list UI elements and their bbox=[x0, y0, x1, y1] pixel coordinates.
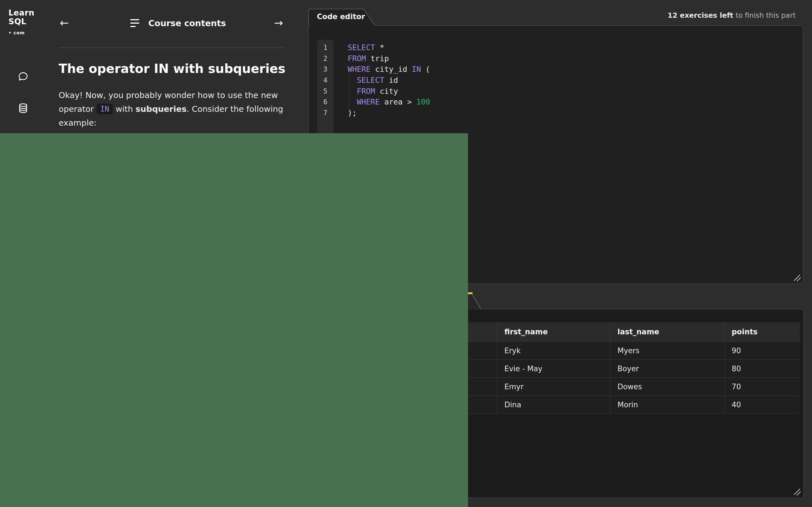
next-button[interactable]: → bbox=[272, 17, 285, 29]
back-button[interactable]: ← bbox=[58, 17, 70, 29]
code-line: SELECT id bbox=[348, 75, 770, 86]
code-token: city bbox=[375, 87, 398, 96]
code-line: FROM trip bbox=[348, 53, 770, 64]
code-token: ); bbox=[348, 108, 357, 117]
header-divider bbox=[59, 48, 285, 48]
table-cell: 90 bbox=[725, 342, 800, 360]
lesson-title: The operator IN with subqueries bbox=[59, 61, 285, 76]
code-token: SELECT bbox=[357, 76, 385, 84]
result-resize-handle[interactable] bbox=[792, 487, 802, 497]
paragraph-line-1: Okay! Now, you probably wonder how to us… bbox=[59, 89, 290, 102]
code-token: ( bbox=[421, 65, 430, 73]
table-header-cell: last_name bbox=[610, 322, 725, 342]
table-cell: 70 bbox=[725, 378, 800, 396]
menu-icon bbox=[130, 19, 139, 27]
logo-line-1: Learn bbox=[8, 8, 35, 17]
lesson-paragraph: Okay! Now, you probably wonder how to us… bbox=[59, 89, 290, 130]
green-overlay-region bbox=[0, 133, 468, 507]
code-token: FROM bbox=[357, 87, 375, 96]
code-token: * bbox=[375, 43, 385, 52]
table-body: ErykMyers90Evie - MayBoyer80EmyrDowes70D… bbox=[423, 342, 800, 414]
logo-line-2: SQL bbox=[8, 17, 35, 26]
code-token: area > bbox=[380, 98, 416, 106]
code-token: 100 bbox=[416, 98, 430, 106]
table-cell: Morin bbox=[610, 396, 725, 414]
code-token: trip bbox=[366, 54, 389, 63]
code-line: WHERE city_id IN ( bbox=[348, 64, 770, 75]
logo-line-3: • com bbox=[8, 29, 35, 37]
code-token: IN bbox=[412, 65, 421, 73]
table-header-cell: points bbox=[725, 322, 800, 342]
result-table: first_namelast_namepoints ErykMyers90Evi… bbox=[423, 322, 800, 414]
line-number: 3 bbox=[317, 64, 334, 75]
indent-guide bbox=[349, 75, 349, 108]
table-cell: Dowes bbox=[610, 378, 725, 396]
code-editor-tab-label[interactable]: Code editor bbox=[317, 12, 365, 21]
table-row: ErykMyers90 bbox=[423, 342, 800, 360]
code-line: ); bbox=[348, 108, 770, 119]
paragraph-line-3: example: bbox=[59, 116, 290, 130]
course-contents-button[interactable]: Course contents bbox=[130, 16, 226, 30]
table-cell: Boyer bbox=[610, 360, 725, 378]
table-cell: Emyr bbox=[497, 378, 610, 396]
code-token: SELECT bbox=[348, 43, 375, 52]
database-icon bbox=[17, 103, 29, 115]
line-number: 1 bbox=[317, 42, 334, 53]
code-line: WHERE area > 100 bbox=[348, 97, 770, 108]
arrow-left-icon: ← bbox=[60, 17, 69, 28]
inline-code-chip: IN bbox=[97, 104, 113, 114]
code-token: WHERE bbox=[357, 98, 380, 106]
table-cell: Eryk bbox=[497, 342, 610, 360]
code-token: WHERE bbox=[348, 65, 370, 73]
table-cell: 40 bbox=[725, 396, 800, 414]
paragraph-line-2: operatorINwith subqueries. Consider the … bbox=[59, 102, 290, 116]
table-row: EmyrDowes70 bbox=[423, 378, 800, 396]
code-line: FROM city bbox=[348, 86, 770, 97]
learnsql-logo[interactable]: Learn SQL • com bbox=[8, 8, 35, 37]
table-cell: Myers bbox=[610, 342, 725, 360]
database-icon-button[interactable] bbox=[17, 103, 29, 115]
table-header-cell: first_name bbox=[497, 322, 610, 342]
line-numbers: 1234567 bbox=[317, 42, 334, 119]
code-token: id bbox=[384, 76, 398, 84]
code-line: SELECT * bbox=[348, 42, 770, 53]
code-token: FROM bbox=[348, 54, 366, 63]
code-editor-resize-handle[interactable] bbox=[792, 273, 802, 283]
code-editor-area[interactable]: SELECT *FROM tripWHERE city_id IN ( SELE… bbox=[348, 42, 770, 119]
chat-icon bbox=[17, 71, 29, 83]
line-number: 4 bbox=[317, 75, 334, 86]
arrow-right-icon: → bbox=[274, 17, 283, 28]
table-cell: 80 bbox=[725, 360, 800, 378]
line-number: 7 bbox=[317, 108, 334, 119]
chat-icon-button[interactable] bbox=[17, 71, 29, 83]
table-header-row: first_namelast_namepoints bbox=[423, 322, 800, 342]
line-number: 5 bbox=[317, 86, 334, 97]
table-cell: Dina bbox=[497, 396, 610, 414]
table-row: DinaMorin40 bbox=[423, 396, 800, 414]
table-row: Evie - MayBoyer80 bbox=[423, 360, 800, 378]
line-number: 6 bbox=[317, 97, 334, 108]
line-number: 2 bbox=[317, 53, 334, 64]
code-token: city_id bbox=[370, 65, 412, 73]
course-contents-label: Course contents bbox=[148, 18, 226, 28]
table-cell: Evie - May bbox=[497, 360, 610, 378]
exercises-status: 12 exercises left to finish this part bbox=[668, 11, 796, 19]
